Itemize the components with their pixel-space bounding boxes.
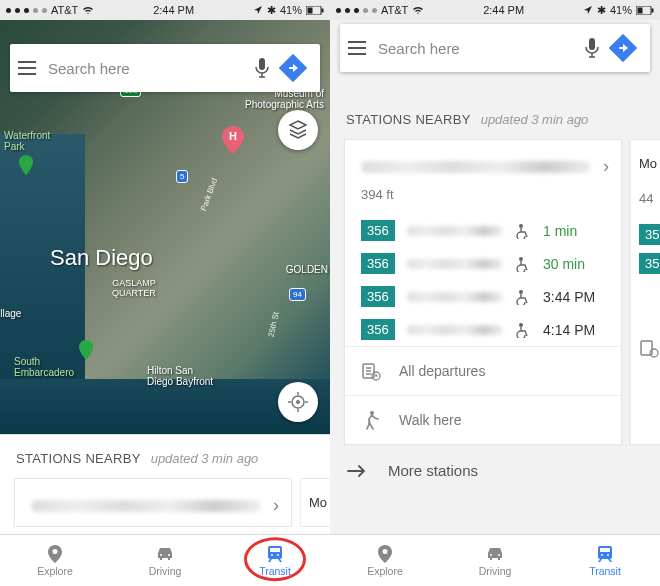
search-bar[interactable]: Search here xyxy=(340,24,650,72)
search-input[interactable]: Search here xyxy=(366,40,580,57)
arrow-right-icon xyxy=(346,464,368,478)
tab-driving[interactable]: Driving xyxy=(440,535,550,586)
pin-icon xyxy=(375,545,395,563)
hospital-marker-icon[interactable]: H xyxy=(222,126,244,154)
pin-icon xyxy=(45,545,65,563)
shield-94: 94 xyxy=(289,288,306,301)
route-dest-blurred xyxy=(407,292,503,302)
screen-right: AT&T 2:44 PM ✱ 41% Search here STATIONS … xyxy=(330,0,660,586)
search-input[interactable]: Search here xyxy=(36,60,250,77)
svg-rect-9 xyxy=(637,7,642,13)
accessible-icon xyxy=(515,289,531,305)
svg-point-16 xyxy=(519,323,523,327)
train-icon xyxy=(595,545,615,563)
menu-icon[interactable] xyxy=(18,61,36,75)
chevron-right-icon: › xyxy=(603,156,609,177)
route-time: 1 min xyxy=(543,223,605,239)
location-arrow-icon xyxy=(583,5,593,15)
menu-icon[interactable] xyxy=(348,41,366,55)
route-dest-blurred xyxy=(407,325,503,335)
station-name-blurred xyxy=(31,500,261,512)
svg-point-21 xyxy=(650,349,658,357)
svg-rect-3 xyxy=(259,58,265,70)
battery-percent: 41% xyxy=(280,4,302,16)
panel-updated: updated 3 min ago xyxy=(481,112,589,127)
wifi-icon xyxy=(412,5,424,15)
directions-button[interactable] xyxy=(604,29,642,67)
tab-transit[interactable]: Transit xyxy=(550,535,660,586)
svg-rect-11 xyxy=(589,38,595,50)
mic-icon[interactable] xyxy=(580,37,604,59)
status-bar: AT&T 2:44 PM ✱ 41% xyxy=(0,0,330,20)
shield-i5: 5 xyxy=(176,170,188,183)
route-time: 30 min xyxy=(543,256,605,272)
panel-title: STATIONS NEARBY xyxy=(346,112,471,127)
route-row[interactable]: 35630 min xyxy=(345,247,621,280)
route-row[interactable]: 3563:44 PM xyxy=(345,280,621,313)
road-25th: 25th St xyxy=(266,311,280,338)
route-badge: 356 xyxy=(361,319,395,340)
station-distance: 394 ft xyxy=(345,187,621,214)
tab-explore[interactable]: Explore xyxy=(0,535,110,586)
status-time: 2:44 PM xyxy=(153,4,194,16)
route-badge: 356 xyxy=(361,253,395,274)
layers-button[interactable] xyxy=(278,110,318,150)
carrier: AT&T xyxy=(51,4,78,16)
svg-point-13 xyxy=(519,224,523,228)
more-stations-button[interactable]: More stations xyxy=(330,445,660,495)
all-departures-button[interactable]: All departures xyxy=(345,346,621,395)
panel-updated: updated 3 min ago xyxy=(151,451,259,466)
route-dest-blurred xyxy=(407,259,503,269)
route-time: 3:44 PM xyxy=(543,289,605,305)
station-card[interactable]: › xyxy=(14,478,292,527)
locate-icon xyxy=(287,391,309,413)
battery-icon xyxy=(306,6,324,15)
search-bar[interactable]: Search here xyxy=(10,44,320,92)
panel-title: STATIONS NEARBY xyxy=(16,451,141,466)
status-bar: AT&T 2:44 PM ✱ 41% xyxy=(330,0,660,20)
stations-panel: STATIONS NEARBY updated 3 min ago › 394 … xyxy=(330,80,660,534)
wifi-icon xyxy=(82,5,94,15)
layers-icon xyxy=(287,119,309,141)
station-card[interactable]: › 394 ft 3561 min35630 min3563:44 PM3564… xyxy=(344,139,622,445)
poi-village: illage xyxy=(0,308,21,319)
locate-button[interactable] xyxy=(278,382,318,422)
poi-embarcadero: South Embarcadero xyxy=(14,356,74,378)
walk-icon xyxy=(361,410,381,430)
location-arrow-icon xyxy=(253,5,263,15)
tab-driving[interactable]: Driving xyxy=(110,535,220,586)
battery-icon xyxy=(636,6,654,15)
tab-transit[interactable]: Transit xyxy=(220,535,330,586)
accessible-icon xyxy=(515,322,531,338)
accessible-icon xyxy=(515,223,531,239)
svg-rect-10 xyxy=(651,8,653,12)
route-row[interactable]: 3564:14 PM xyxy=(345,313,621,346)
svg-point-15 xyxy=(519,290,523,294)
tab-explore[interactable]: Explore xyxy=(330,535,440,586)
directions-button[interactable] xyxy=(274,49,312,87)
svg-rect-2 xyxy=(321,8,323,12)
station-card-peek[interactable]: Mo xyxy=(300,478,330,527)
svg-text:H: H xyxy=(229,130,237,142)
station-name-blurred xyxy=(361,161,591,173)
walk-here-button[interactable]: Walk here xyxy=(345,395,621,444)
golden-label: GOLDEN xyxy=(286,264,328,275)
route-time: 4:14 PM xyxy=(543,322,605,338)
park-marker-icon[interactable] xyxy=(78,340,94,360)
accessible-icon xyxy=(515,256,531,272)
chevron-right-icon: › xyxy=(273,495,279,516)
mic-icon[interactable] xyxy=(250,57,274,79)
svg-rect-1 xyxy=(307,7,312,13)
route-dest-blurred xyxy=(407,226,503,236)
poi-hilton: Hilton San Diego Bayfront xyxy=(147,365,213,387)
station-card-peek[interactable]: Mo 44 35 35 xyxy=(630,139,660,445)
city-label: San Diego xyxy=(50,245,153,271)
route-row[interactable]: 3561 min xyxy=(345,214,621,247)
map[interactable]: Search here Museum of Photographic Arts … xyxy=(0,20,330,434)
tree-marker-icon[interactable] xyxy=(18,155,34,175)
departures-icon xyxy=(639,338,659,358)
car-icon xyxy=(485,545,505,563)
stations-panel[interactable]: STATIONS NEARBY updated 3 min ago › Mo xyxy=(0,434,330,534)
departures-icon xyxy=(361,361,381,381)
tab-bar: Explore Driving Transit xyxy=(330,534,660,586)
